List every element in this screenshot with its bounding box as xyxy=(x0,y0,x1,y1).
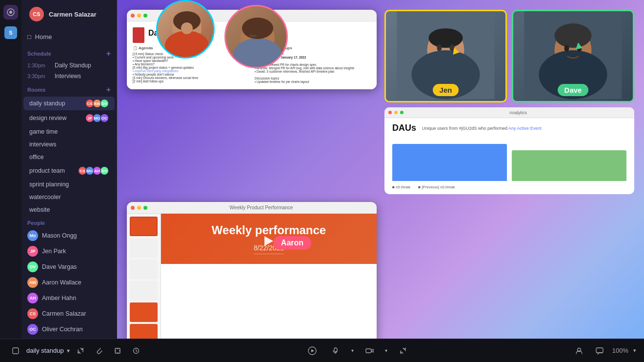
svg-point-1 xyxy=(9,11,12,14)
camera-dropdown-arrow[interactable]: ▾ xyxy=(385,348,387,353)
add-schedule-button[interactable]: + xyxy=(106,49,111,58)
person-avatar-mason: Mo xyxy=(27,230,38,241)
zoom-dropdown-arrow[interactable]: ▾ xyxy=(633,347,636,354)
attachment-bottom-icon[interactable] xyxy=(91,343,107,359)
puzzle-bottom-icon[interactable] xyxy=(110,343,125,359)
agenda-label: 📋 Agenda xyxy=(133,46,249,50)
jen-name-bubble: Jen xyxy=(433,84,459,96)
sidebar: CS Carmen Salazar □ Home Schedule + 1:30… xyxy=(21,0,117,339)
chat-bottom-icon[interactable] xyxy=(592,343,607,359)
chart-bar-green xyxy=(512,150,626,181)
nav-home[interactable]: □ Home xyxy=(21,28,117,45)
chart-legend: ■ c0.0mak ■ [Previous] c0.0mak xyxy=(392,185,626,189)
recent-item-1: ← New standup note xyxy=(255,52,371,56)
room-item-website[interactable]: website xyxy=(23,204,115,216)
svg-point-15 xyxy=(429,28,463,48)
face-card-jen: Jen xyxy=(384,10,507,102)
person-item-jen[interactable]: JP Jen Park xyxy=(21,243,117,259)
person-name-amber: Amber Hahn xyxy=(42,295,76,302)
room-name-sprint-planning: sprint planning xyxy=(29,181,69,188)
svg-point-22 xyxy=(564,45,569,52)
sidebar-header: CS Carmen Salazar xyxy=(21,0,117,28)
person-item-oliver[interactable]: OC Oliver Cochran xyxy=(21,322,117,337)
person-bottom-icon[interactable] xyxy=(571,343,587,359)
mic-dropdown-arrow[interactable]: ▾ xyxy=(351,348,354,353)
slide-thumb-2 xyxy=(130,238,158,258)
recent-item-david: • David: 3 customer interviews, finished… xyxy=(255,70,371,73)
room-name-product-team: product team xyxy=(29,167,65,174)
home-bottom-icon[interactable] xyxy=(8,343,23,359)
room-name-design-review: design review xyxy=(29,115,66,121)
room-name-interviews: interviews xyxy=(29,141,57,148)
person-item-dave[interactable]: DV Dave Vargas xyxy=(21,259,117,275)
camera-bottom-icon[interactable] xyxy=(362,343,377,359)
zoom-level: 100% xyxy=(612,347,628,354)
person-item-amber[interactable]: AH Amber Hahn xyxy=(21,290,117,306)
schedule-item-standup[interactable]: 1:30pm Daily Standup xyxy=(21,60,117,71)
standup-body: 📋 Agenda [15 min] Status check • Current… xyxy=(133,46,371,83)
presentation-chrome: Weekly Product Performance xyxy=(127,202,377,214)
recent-item-andrew: • Andrew: Merged PR for API bug, met wit… xyxy=(255,66,371,70)
person-item-mason[interactable]: Mo Mason Ongg xyxy=(21,228,117,243)
bottom-room-name: daily standup xyxy=(26,347,64,354)
rooms-label: Rooms xyxy=(27,87,45,93)
room-item-watercooler[interactable]: watercooler xyxy=(23,191,115,203)
person-item-aaron[interactable]: AW Aaron Wallace xyxy=(21,275,117,290)
room-dropdown-arrow[interactable]: ▾ xyxy=(67,347,70,354)
room-avatar-dv2: DV xyxy=(100,166,109,175)
room-item-sprint-planning[interactable]: sprint planning xyxy=(23,179,115,190)
add-room-button[interactable]: + xyxy=(106,85,111,94)
schedule-section: Schedule + xyxy=(21,45,117,60)
refresh2-bottom-icon[interactable] xyxy=(395,343,411,359)
room-item-daily-standup[interactable]: daily standup CS AW DV xyxy=(23,97,115,110)
room-item-product-team[interactable]: product team CS MO AH DV xyxy=(23,164,115,178)
standup-panel: Daily standup Daily standup 📋 Agenda [15… xyxy=(127,10,377,194)
person-avatar-dave: DV xyxy=(27,261,38,272)
recent-item-updates: Updates xyxy=(255,60,371,63)
recent-item-2: Meeting notes ⌃ January 17, 2022 xyxy=(255,56,371,60)
close-dot xyxy=(131,14,135,18)
agenda-column: 📋 Agenda [15 min] Status check • Current… xyxy=(133,46,249,83)
mic-bottom-icon[interactable] xyxy=(328,343,343,359)
bottom-right-panel xyxy=(384,202,634,339)
discussion-topics: Discussion topics xyxy=(255,77,371,80)
user-avatar-rail[interactable]: S xyxy=(3,25,18,40)
analytics-panel: Analytics DAUs Unique users from #jGU2dS… xyxy=(384,107,634,194)
refresh-bottom-icon[interactable] xyxy=(73,343,88,359)
schedule-item-interviews[interactable]: 3:30pm Interviews xyxy=(21,71,117,81)
chart-bar-blue xyxy=(392,144,507,181)
agenda-item-1: [15 min] Status check xyxy=(133,52,249,56)
svg-rect-30 xyxy=(366,349,371,353)
svg-rect-24 xyxy=(13,348,19,354)
schedule-label: Schedule xyxy=(27,51,51,57)
home-icon: □ xyxy=(27,33,31,40)
room-item-game-time[interactable]: game time xyxy=(23,126,115,138)
person-item-carmen[interactable]: CS Carmen Salazar xyxy=(21,306,117,322)
person-name-jen: Jen Park xyxy=(42,248,66,255)
standup-document: Daily standup Daily standup 📋 Agenda [15… xyxy=(127,10,377,89)
presentation-body: Weekly performance 8/22/2022 Aaron xyxy=(127,214,377,339)
agenda-item-5: [5 min] Big project status + general upd… xyxy=(133,66,249,69)
person-avatar-amber: AH xyxy=(27,293,38,303)
play-bottom-icon[interactable] xyxy=(304,343,320,359)
room-item-office[interactable]: office xyxy=(23,151,115,163)
room-avatar-oc: OC xyxy=(100,114,109,122)
room-avatars-product-team: CS MO AH DV xyxy=(80,166,109,175)
standup-window-chrome: Daily standup xyxy=(127,10,377,21)
standup-doc-title: Daily standup xyxy=(148,29,200,38)
standup-title: Daily Standup xyxy=(55,62,91,69)
room-item-design-review[interactable]: design review JP MO OC xyxy=(23,111,115,125)
home-label: Home xyxy=(35,33,52,40)
standup-content: Daily standup 📋 Agenda [15 min] Status c… xyxy=(127,21,377,89)
person-name-aaron: Aaron Wallace xyxy=(42,279,81,286)
pres-close-dot xyxy=(131,206,135,210)
clock-bottom-icon[interactable] xyxy=(128,343,144,359)
svg-rect-28 xyxy=(334,348,337,352)
person-name-dave: Dave Vargas xyxy=(42,263,77,270)
window-title: Daily standup xyxy=(150,13,373,18)
analytics-header: DAUs Unique users from #jGU2dS who perfo… xyxy=(392,123,626,133)
agenda-item-3: • Have spare bandwidth? xyxy=(133,59,249,62)
room-item-interviews[interactable]: interviews xyxy=(23,139,115,150)
interviews-time: 3:30pm xyxy=(27,73,51,79)
app-logo-button[interactable] xyxy=(3,5,18,20)
